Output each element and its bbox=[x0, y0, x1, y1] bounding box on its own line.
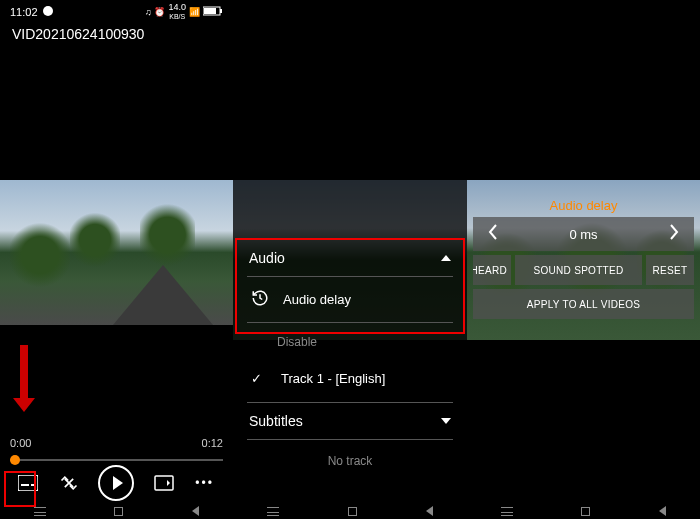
annotation-arrow bbox=[20, 345, 28, 400]
svg-point-0 bbox=[43, 6, 53, 16]
delay-value: 0 ms bbox=[569, 227, 597, 242]
sound-spotted-label: SOUND SPOTTED bbox=[533, 265, 623, 276]
no-track-label: No track bbox=[237, 440, 463, 482]
svg-rect-3 bbox=[204, 8, 216, 14]
reset-button[interactable]: RESET bbox=[646, 255, 694, 285]
alarm-icon: ⏰ bbox=[154, 7, 165, 17]
time-total: 0:12 bbox=[202, 437, 223, 449]
track-label: Track 1 - [English] bbox=[281, 371, 385, 386]
status-bar: 11:02 ♫ ⏰ 14.0 KB/S 📶 bbox=[0, 0, 233, 20]
annotation-highlight-box bbox=[235, 238, 465, 334]
apply-all-label: APPLY TO ALL VIDEOS bbox=[527, 299, 641, 310]
audio-delay-title: Audio delay bbox=[473, 192, 694, 217]
play-icon bbox=[113, 476, 123, 490]
nav-back-icon[interactable] bbox=[426, 506, 433, 516]
more-button[interactable]: ••• bbox=[194, 472, 216, 494]
nav-home-icon[interactable] bbox=[348, 507, 357, 516]
screenshot-delay-controls: Audio delay 0 ms SOUND HEARD SOUND SPOTT… bbox=[467, 0, 700, 519]
nav-home-icon[interactable] bbox=[114, 507, 123, 516]
video-frame[interactable] bbox=[0, 180, 233, 325]
headphone-icon: ♫ bbox=[145, 7, 152, 17]
subtitles-header-label: Subtitles bbox=[249, 413, 303, 429]
nav-back-icon[interactable] bbox=[659, 506, 666, 516]
screenshot-player-main: 11:02 ♫ ⏰ 14.0 KB/S 📶 VID20210624100930 … bbox=[0, 0, 233, 519]
net-speed: 14.0 bbox=[168, 2, 186, 12]
seek-bar[interactable] bbox=[10, 459, 223, 461]
annotation-highlight-box bbox=[4, 471, 36, 507]
repeat-button[interactable] bbox=[58, 472, 80, 494]
svg-rect-7 bbox=[155, 476, 173, 490]
sound-spotted-button[interactable]: SOUND SPOTTED bbox=[515, 255, 642, 285]
disable-label: Disable bbox=[277, 335, 317, 349]
messenger-icon bbox=[42, 5, 54, 19]
nav-home-icon[interactable] bbox=[581, 507, 590, 516]
decrease-button[interactable] bbox=[487, 223, 499, 246]
apply-all-button[interactable]: APPLY TO ALL VIDEOS bbox=[473, 289, 694, 319]
sound-heard-label: SOUND HEARD bbox=[473, 265, 507, 276]
nav-recent-icon[interactable] bbox=[34, 507, 46, 516]
increase-button[interactable] bbox=[668, 223, 680, 246]
time-current: 0:00 bbox=[10, 437, 31, 449]
nav-recent-icon[interactable] bbox=[267, 507, 279, 516]
aspect-button[interactable] bbox=[153, 472, 175, 494]
status-time: 11:02 bbox=[10, 6, 38, 18]
nav-recent-icon[interactable] bbox=[501, 507, 513, 516]
signal-icon: 📶 bbox=[189, 7, 200, 17]
sound-heard-button[interactable]: SOUND HEARD bbox=[473, 255, 511, 285]
video-title: VID20210624100930 bbox=[0, 20, 233, 48]
play-button[interactable] bbox=[98, 465, 134, 501]
delay-stepper: 0 ms bbox=[473, 217, 694, 251]
screenshot-audio-menu: Audio Audio delay Disable ✓ Track 1 - [E… bbox=[233, 0, 467, 519]
net-unit: KB/S bbox=[169, 13, 185, 20]
subtitles-section-header[interactable]: Subtitles bbox=[237, 403, 463, 439]
reset-label: RESET bbox=[653, 265, 688, 276]
expand-icon bbox=[441, 418, 451, 424]
nav-back-icon[interactable] bbox=[192, 506, 199, 516]
battery-icon bbox=[203, 6, 223, 18]
svg-rect-2 bbox=[220, 9, 222, 13]
check-icon: ✓ bbox=[251, 371, 267, 386]
seek-thumb[interactable] bbox=[10, 455, 20, 465]
track-row[interactable]: ✓ Track 1 - [English] bbox=[237, 361, 463, 396]
